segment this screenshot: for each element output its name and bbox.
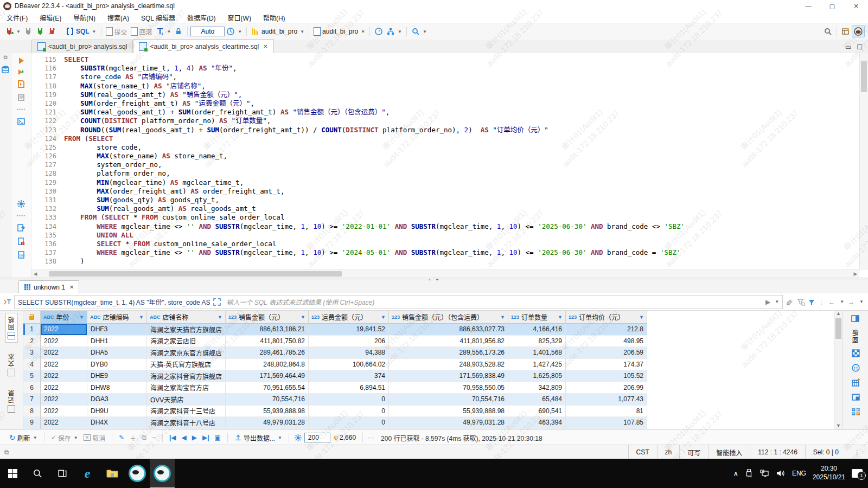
code-line[interactable]: 138 ) [31,257,859,266]
aggregate-icon[interactable] [851,378,860,387]
code-line[interactable]: 123 ROUND((SUM(real_goods_amt_t) + SUM(o… [31,126,859,134]
open-perspective-button[interactable] [840,26,852,37]
usb-icon[interactable] [745,469,753,478]
menu-item-2[interactable]: 导航(N) [73,13,95,22]
statusbar-item-3[interactable]: 智能插入 [708,445,750,459]
column-header-4[interactable]: 123销售金额（元）▼ [226,311,309,324]
grid-cell[interactable]: 498.95 [566,336,647,348]
code-line[interactable]: 121 SUM(real_goods_amt_t) + SUM(order_fr… [31,108,859,117]
code-line[interactable]: 119 SUM(real_goods_amt_t) AS "销售金额（元）", [31,91,859,99]
history-forward-icon[interactable]: → [848,298,854,306]
grid-cell[interactable]: 海澜之家抖音十八号店 [147,417,226,429]
grid-cell[interactable]: 55,939,888.98 [389,406,508,418]
rollback-button[interactable]: 回滚 [129,26,154,37]
column-filter-icon[interactable]: ▼ [381,314,386,320]
minimize-view-icon[interactable]: ▭ [845,43,851,51]
grid-cell[interactable]: 65,484 [508,394,566,406]
grid-cell[interactable]: 206.59 [566,347,647,359]
chevron-down-icon[interactable]: ▼ [840,299,844,304]
grid-vertical-scrollbar[interactable]: ▲ ▼ [834,311,843,429]
edit-cell-icon[interactable]: ✎ [117,433,126,442]
reconnect-button[interactable] [34,26,46,37]
grid-cell[interactable]: 411,801,750.82 [226,336,309,348]
grid-cell[interactable]: 206.99 [566,382,647,394]
grid-cell[interactable]: 海澜之家抖音十三号店 [147,406,226,418]
column-header-2[interactable]: ABC店铺编码▼ [87,311,147,324]
window-stack-icon[interactable]: ⧉ [0,448,9,456]
column-filter-icon[interactable]: ▼ [301,314,305,320]
grid-cell[interactable]: 886,633,027.73 [389,324,508,336]
column-header-7[interactable]: 123订单数量▼ [508,311,566,324]
grid-cell[interactable]: 2022 [41,417,87,429]
disconnect-button[interactable] [22,26,34,37]
scroll-right-icon[interactable]: ▶ [852,271,859,277]
grid-cell[interactable]: 174.37 [566,359,647,371]
dashboard-button[interactable] [373,26,385,37]
notification-center-icon[interactable]: 1 [852,469,863,478]
row-number[interactable]: 3 [23,347,41,359]
grid-cell[interactable]: 2022 [41,359,87,371]
column-header-8[interactable]: 123订单均价（元）▼ [566,311,647,324]
statusbar-item-1[interactable]: zh [657,445,680,459]
result-view-tab-grid[interactable]: 网格 [5,313,18,343]
export-data-button[interactable]: 导出数据... ▼ [233,432,284,444]
grid-cell[interactable]: 171,569,838.49 [389,370,508,382]
editor-tab-analysis-cleartime[interactable]: <audit_bi_pro> analysis_cleartime.sql ✕ [133,39,273,54]
row-number[interactable]: 6 [23,382,41,394]
sql-editor-button[interactable]: SQL ▼ [64,26,98,37]
language-indicator[interactable]: ENG [792,470,806,477]
custom-filter-icon[interactable] [809,300,814,304]
dbeaver-taskbar-button[interactable] [125,459,150,488]
menu-item-7[interactable]: 帮助(H) [263,13,285,22]
duplicate-row-icon[interactable]: ⧉ [140,433,148,442]
next-row-icon[interactable]: ▶ [190,433,199,442]
grid-cell[interactable]: 212.8 [566,324,647,336]
grid-cell[interactable]: 342,809 [508,382,566,394]
database-navigator-icon[interactable] [1,65,10,74]
grid-cell[interactable]: 248,802,864.8 [226,359,309,371]
code-line[interactable]: 125 store_code, [31,143,859,152]
code-line[interactable]: 137 WHERE mgclear_time <> '' AND SUBSTR(… [31,248,859,257]
grid-cell[interactable]: 289,461,785.26 [226,347,309,359]
statusbar-item-5[interactable]: Sel: 0 | 0 [805,445,846,459]
column-filter-icon[interactable]: ▼ [79,314,84,320]
quick-search-button[interactable]: ▼ [410,26,429,37]
row-number[interactable]: 4 [23,359,41,371]
code-line[interactable]: 126 MAX(store_name) AS store_name_t, [31,152,859,160]
grid-cell[interactable]: 2022 [41,324,87,336]
grid-cell[interactable]: 70,951,655.54 [226,382,309,394]
value-viewer-icon[interactable] [851,349,860,358]
fetch-all-button[interactable]: ⍦ 2,660 [333,433,358,442]
grid-cell[interactable]: 0 [309,406,389,418]
task-view-button[interactable] [50,459,75,488]
chevron-down-icon[interactable]: ▼ [775,299,779,304]
grid-cell[interactable]: 248,903,528.82 [389,359,508,371]
grid-cell[interactable]: 1,401,568 [508,347,566,359]
tray-chevron-up-icon[interactable]: ∧ [733,470,738,478]
file-explorer-button[interactable] [100,459,125,488]
grid-cell[interactable]: 0 [309,417,389,429]
grid-cell[interactable]: 94,388 [309,347,389,359]
dbeaver-perspective-button[interactable] [852,25,865,37]
grid-cell[interactable]: 105.52 [566,370,647,382]
scroll-down-icon[interactable]: ▼ [834,423,843,428]
grid-cell[interactable]: 690,541 [508,406,566,418]
grid-cell[interactable]: 411,801,956.82 [389,336,508,348]
grid-cell[interactable]: 0 [309,394,389,406]
grid-cell[interactable]: 70,554,716 [226,394,309,406]
statusbar-item-2[interactable]: 可写 [679,445,708,459]
code-line[interactable]: 124FROM (SELECT [31,134,859,143]
minimize-button[interactable]: — [796,0,820,12]
chevron-down-icon[interactable]: ▼ [859,299,864,304]
grid-cell[interactable]: DGA3 [87,394,147,406]
scroll-up-icon[interactable]: ▲ [834,311,843,316]
grid-corner-header[interactable] [23,311,41,324]
grid-cell[interactable]: 6,894.51 [309,382,389,394]
statusbar-item-4[interactable]: 112 : 1 : 4246 [750,445,805,459]
refresh-button[interactable]: ↻ 刷新 ▼ [8,432,39,444]
column-filter-icon[interactable]: ▼ [218,314,222,320]
code-line[interactable]: 127 system_order_no, [31,160,859,169]
grid-cell[interactable]: 107.85 [566,417,647,429]
grid-cell[interactable]: DHH1 [87,336,147,348]
grid-cell[interactable]: 825,329 [508,336,566,348]
